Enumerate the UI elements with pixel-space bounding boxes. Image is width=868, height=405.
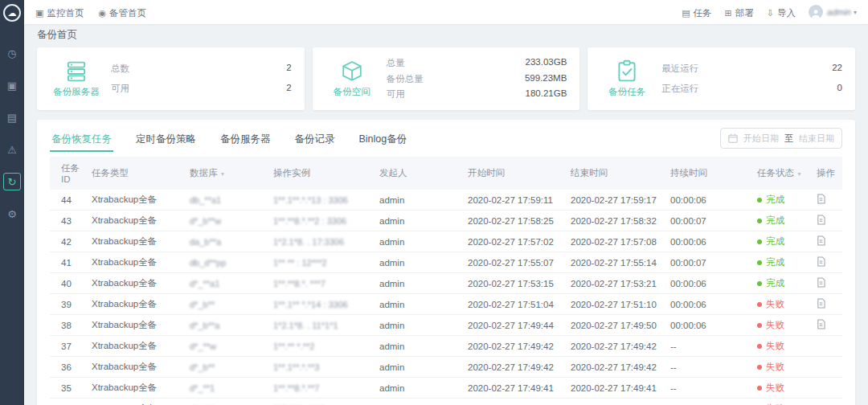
- user-name[interactable]: admin: [827, 7, 851, 17]
- cell-instance: 1**.1** *.*14 : 3306: [270, 294, 376, 315]
- cell-task-type: Xtrabackup全备: [88, 211, 186, 231]
- import-icon: ⇩: [767, 8, 774, 18]
- column-header: 发起人: [376, 157, 465, 190]
- stat-value: 599.23MB: [525, 73, 567, 85]
- status-badge: 失败: [754, 357, 813, 378]
- topbar: ▣监控首页◉备管首页 ▤任务⊞部署⇩导入 admin ▾: [24, 0, 868, 24]
- start-date-input[interactable]: 开始日期: [743, 133, 779, 145]
- column-header: 开始时间: [465, 157, 567, 190]
- view-log-button[interactable]: [817, 256, 825, 268]
- cell-task-type: Xtrabackup全备: [88, 231, 186, 252]
- cell-instance: 1**.1**.*.*13 : 3306: [270, 190, 376, 211]
- chevron-down-icon[interactable]: ▾: [854, 9, 857, 16]
- chart-card-icon[interactable]: ▤: [3, 108, 21, 126]
- tab-2[interactable]: 定时备份策略: [134, 130, 198, 152]
- cell-start-time: 2020-02-27 17:55:07: [465, 252, 567, 273]
- clipboard-icon: [615, 59, 639, 84]
- column-header: 任务ID: [50, 157, 88, 190]
- cell-duration: --: [667, 357, 754, 378]
- filter-icon[interactable]: ▼: [796, 171, 802, 177]
- cell-task-id: 41: [50, 252, 88, 273]
- clock-icon[interactable]: ◷: [3, 44, 21, 62]
- topbar-action-3[interactable]: ⇩导入: [767, 7, 796, 19]
- cell-initiator: admin: [376, 357, 465, 378]
- cell-task-id: 43: [50, 211, 88, 231]
- cell-task-type: Xtrabackup全备: [88, 357, 186, 378]
- cell-operation: [813, 211, 842, 231]
- monitor-home-icon: ▣: [35, 8, 43, 18]
- stat-value: 2: [286, 83, 291, 95]
- cell-instance: 1**.1**.*.**3: [270, 357, 376, 378]
- monitor-icon[interactable]: ▣: [3, 76, 21, 94]
- task-panel: 备份恢复任务定时备份策略备份服务器备份记录Binlog备份 开始日期 至 结束日…: [37, 120, 855, 405]
- user-avatar[interactable]: [809, 5, 823, 19]
- view-log-button[interactable]: [817, 298, 825, 310]
- date-separator: 至: [784, 133, 793, 145]
- topbar-action-2[interactable]: ⊞部署: [725, 7, 754, 19]
- view-log-button[interactable]: [817, 194, 825, 206]
- cell-database: d*_**a1: [186, 273, 270, 294]
- filter-icon[interactable]: ▼: [220, 171, 226, 177]
- topbar-action-label: 部署: [735, 7, 754, 19]
- log-icon: [817, 298, 825, 309]
- cell-task-id: 37: [50, 336, 88, 357]
- cell-instance: 1**.**8.*.**2 : 3306: [270, 211, 376, 231]
- table-row: 43Xtrabackup全备d*_b**w1**.**8.*.**2 : 330…: [50, 211, 842, 231]
- cell-operation: [813, 336, 842, 357]
- stat-value: 180.21GB: [526, 88, 567, 100]
- cell-initiator: admin: [376, 273, 465, 294]
- topbar-action-1[interactable]: ▤任务: [682, 7, 711, 19]
- cell-start-time: 2020-02-27 17:53:15: [465, 273, 567, 294]
- cell-duration: 00:00:07: [667, 252, 754, 273]
- card-stat-row: 可用 180.21GB: [387, 88, 567, 100]
- cell-end-time: 2020-02-27 17:49:42: [567, 357, 667, 378]
- table-row: 35Xtrabackup全备d*_**11**.**8.*.**7admin20…: [50, 378, 842, 399]
- cell-database: db_**a1: [186, 190, 270, 211]
- cell-database: d*_b**: [186, 357, 270, 378]
- cell-instance: 1*2.1*8. . 17:3306: [270, 231, 376, 252]
- status-badge: 失败: [754, 378, 813, 399]
- stat-label: 可用: [387, 88, 405, 100]
- cell-end-time: 2020-02-27 17:49:50: [567, 315, 667, 336]
- view-log-button[interactable]: [817, 215, 825, 227]
- card-stat-row: 总量 233.03GB: [387, 57, 567, 69]
- date-range-picker[interactable]: 开始日期 至 结束日期: [720, 128, 842, 149]
- column-header: 结束时间: [567, 157, 667, 190]
- gear-icon[interactable]: ⚙: [3, 205, 21, 223]
- view-log-button[interactable]: [817, 319, 825, 331]
- cell-initiator: admin: [376, 294, 465, 315]
- view-log-button[interactable]: [817, 235, 825, 248]
- cell-duration: --: [667, 399, 754, 405]
- cell-operation: [813, 231, 842, 252]
- status-badge: 失败: [754, 315, 813, 336]
- alarm-icon[interactable]: ⚠: [3, 141, 21, 158]
- cell-database: d*_**w: [186, 336, 270, 357]
- table-row: 41Xtrabackup全备db_d**pp1** ** : 12***2adm…: [50, 252, 842, 273]
- end-date-input[interactable]: 结束日期: [799, 133, 834, 145]
- view-log-button[interactable]: [817, 277, 825, 289]
- cell-start-time: 2020-02-27 17:58:25: [465, 211, 567, 231]
- cell-duration: --: [667, 378, 754, 399]
- cell-task-type: Xtrabackup全备: [88, 336, 186, 357]
- cell-end-time: 2020-02-27 17:49:42: [567, 336, 667, 357]
- tab-4[interactable]: 备份记录: [293, 130, 337, 152]
- column-header: 持续时间: [667, 157, 754, 190]
- status-badge: 完成: [754, 211, 813, 231]
- cell-end-time: 2020-02-27 17:49:41: [567, 378, 667, 399]
- log-icon: [817, 194, 825, 204]
- backup-icon[interactable]: ↻: [3, 173, 21, 190]
- table-row: 40Xtrabackup全备d*_**a11**.**8.*. ***7admi…: [50, 273, 842, 294]
- cloud-logo-icon[interactable]: ☁: [3, 4, 21, 22]
- cell-database: d*_b**w: [186, 211, 270, 231]
- card-title: 备份任务: [608, 86, 645, 98]
- log-icon: [817, 235, 825, 246]
- table-row: 38Xtrabackup全备d*_b**a1*2.1*8. . 11*1*1ad…: [50, 315, 842, 336]
- topnav-item-1[interactable]: ▣监控首页: [35, 7, 84, 19]
- cell-instance: 1**.**8.*.**7: [270, 378, 376, 399]
- topnav-item-2[interactable]: ◉备管首页: [98, 7, 146, 19]
- tab-5[interactable]: Binlog备份: [358, 130, 409, 152]
- tab-3[interactable]: 备份服务器: [219, 130, 272, 152]
- card-stat-row: 最近运行 22: [661, 63, 842, 75]
- status-badge: 完成: [754, 273, 813, 294]
- tab-1[interactable]: 备份恢复任务: [50, 130, 113, 152]
